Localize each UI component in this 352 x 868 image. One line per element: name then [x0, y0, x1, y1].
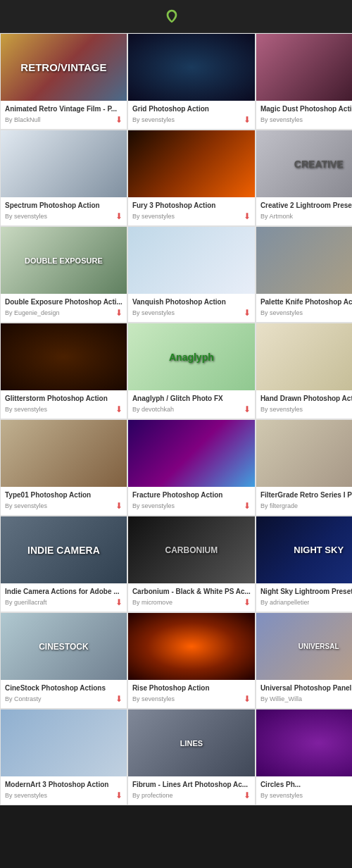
grid-item-magic-dust[interactable]: Magic Dust Photoshop Action By sevenstyl…: [256, 33, 352, 130]
download-icon[interactable]: ⬇: [115, 404, 122, 414]
product-thumbnail: NIGHT SKY: [256, 516, 352, 583]
grid-item-universal[interactable]: UNIVERSAL Universal Photoshop Panel By W…: [256, 612, 352, 709]
product-title: Glitterstorm Photoshop Action: [5, 394, 122, 403]
grid-item-hand-drawn[interactable]: Hand Drawn Photoshop Action By sevenstyl…: [256, 323, 352, 419]
product-title: Fury 3 Photoshop Action: [132, 201, 251, 210]
grid-item-double-exposure[interactable]: DOUBLE EXPOSURE Double Exposure Photosho…: [0, 226, 127, 323]
download-icon[interactable]: ⬇: [244, 308, 251, 318]
product-info: Vanquish Photoshop Action By sevenstyles…: [128, 294, 255, 322]
product-info: Rise Photoshop Action By sevenstyles ⬇: [128, 680, 255, 708]
thumbnail-label: RETRO/VINTAGE: [20, 61, 106, 73]
product-grid: RETRO/VINTAGE Animated Retro Vintage Fil…: [0, 33, 352, 805]
grid-item-creative2[interactable]: CREATIVE Creative 2 Lightroom Presets By…: [256, 130, 352, 226]
download-icon[interactable]: ⬇: [115, 115, 122, 125]
product-info: Spectrum Photoshop Action By sevenstyles…: [1, 197, 127, 225]
download-icon[interactable]: ⬇: [244, 211, 251, 221]
product-author: By Eugenie_design: [5, 309, 60, 316]
product-author: By sevenstyles: [132, 116, 175, 123]
grid-item-anaglyph[interactable]: Anaglyph Anaglyph / Glitch Photo FX By d…: [127, 323, 256, 419]
download-icon[interactable]: ⬇: [244, 597, 251, 607]
product-title: Hand Drawn Photoshop Action: [260, 394, 352, 403]
product-title: Anaglyph / Glitch Photo FX: [132, 394, 251, 403]
grid-item-type01[interactable]: Type01 Photoshop Action By sevenstyles ⬇: [0, 419, 127, 516]
product-title: Rise Photoshop Action: [132, 683, 251, 693]
product-thumbnail: [128, 130, 255, 197]
thumbnail-label: NIGHT SKY: [294, 545, 344, 555]
grid-item-fibrum[interactable]: LINES Fibrum - Lines Art Photoshop Ac...…: [127, 709, 256, 805]
grid-item-indie-camera[interactable]: INDIE CAMERA Indie Camera Actions for Ad…: [0, 516, 127, 612]
product-thumbnail: DOUBLE EXPOSURE: [1, 227, 127, 294]
download-icon[interactable]: ⬇: [115, 694, 122, 704]
product-thumbnail: Anaglyph: [128, 323, 255, 390]
logo: [0, 8, 352, 24]
product-info: Indie Camera Actions for Adobe ... By gu…: [1, 583, 127, 612]
grid-item-night-sky[interactable]: NIGHT SKY Night Sky Lightroom Presets By…: [256, 516, 352, 612]
product-author: By filtergrade: [260, 502, 298, 509]
product-info: Magic Dust Photoshop Action By sevenstyl…: [256, 101, 352, 129]
product-info: Fury 3 Photoshop Action By sevenstyles ⬇: [128, 197, 255, 225]
product-thumbnail: [1, 130, 127, 197]
product-author: By guerillacraft: [5, 599, 47, 606]
product-author: By sevenstyles: [260, 116, 303, 123]
grid-item-modernart3[interactable]: ModernArt 3 Photoshop Action By sevensty…: [0, 709, 127, 805]
grid-item-circles[interactable]: Circles Ph... By sevenstyles ⬇: [256, 709, 352, 805]
product-thumbnail: CREATIVE: [256, 130, 352, 197]
product-title: Night Sky Lightroom Presets: [260, 587, 352, 596]
product-title: Creative 2 Lightroom Presets: [260, 201, 352, 210]
grid-item-retro-vintage[interactable]: RETRO/VINTAGE Animated Retro Vintage Fil…: [0, 33, 127, 130]
product-author: By Willie_Willa: [260, 695, 302, 702]
product-title: Vanquish Photoshop Action: [132, 297, 251, 306]
download-icon[interactable]: ⬇: [244, 115, 251, 125]
product-info: Creative 2 Lightroom Presets By Artmonk …: [256, 197, 352, 225]
download-icon[interactable]: ⬇: [244, 694, 251, 704]
product-thumbnail: UNIVERSAL: [256, 613, 352, 680]
grid-item-rise[interactable]: Rise Photoshop Action By sevenstyles ⬇: [127, 612, 256, 709]
product-title: Fibrum - Lines Art Photoshop Ac...: [132, 780, 251, 789]
product-author: By sevenstyles: [260, 406, 303, 413]
download-icon[interactable]: ⬇: [115, 790, 122, 800]
product-info: Anaglyph / Glitch Photo FX By devotchkah…: [128, 390, 255, 418]
download-icon[interactable]: ⬇: [244, 790, 251, 800]
product-info: FilterGrade Retro Series I Photos... By …: [256, 487, 352, 515]
thumbnail-label: UNIVERSAL: [298, 643, 339, 650]
product-author: By sevenstyles: [5, 502, 47, 509]
grid-item-palette-knife[interactable]: Palette Knife Photoshop Action By sevens…: [256, 226, 352, 323]
grid-item-grid-photoshop[interactable]: Grid Photoshop Action By sevenstyles ⬇: [127, 33, 256, 130]
grid-item-glitterstorm[interactable]: Glitterstorm Photoshop Action By sevenst…: [0, 323, 127, 419]
download-icon[interactable]: ⬇: [244, 404, 251, 414]
grid-item-fracture[interactable]: Fracture Photoshop Action By sevenstyles…: [127, 419, 256, 516]
product-author: By devotchkah: [132, 406, 174, 413]
product-info: Night Sky Lightroom Presets By adrianpel…: [256, 583, 352, 612]
grid-item-fury3[interactable]: Fury 3 Photoshop Action By sevenstyles ⬇: [127, 130, 256, 226]
product-info: Fracture Photoshop Action By sevenstyles…: [128, 487, 255, 515]
product-info: ModernArt 3 Photoshop Action By sevensty…: [1, 776, 127, 805]
product-thumbnail: CINESTOCK: [1, 613, 127, 680]
thumbnail-label: LINES: [180, 739, 203, 748]
site-header: [0, 0, 352, 33]
download-icon[interactable]: ⬇: [115, 211, 122, 221]
product-author: By adrianpelletier: [260, 599, 310, 606]
grid-item-spectrum[interactable]: Spectrum Photoshop Action By sevenstyles…: [0, 130, 127, 226]
product-info: Universal Photoshop Panel By Willie_Will…: [256, 680, 352, 708]
product-title: Grid Photoshop Action: [132, 104, 251, 113]
product-author: By sevenstyles: [260, 792, 303, 799]
product-info: Hand Drawn Photoshop Action By sevenstyl…: [256, 390, 352, 418]
download-icon[interactable]: ⬇: [115, 308, 122, 318]
download-icon[interactable]: ⬇: [115, 501, 122, 511]
product-thumbnail: [256, 227, 352, 294]
product-info: Circles Ph... By sevenstyles ⬇: [256, 776, 352, 805]
grid-item-filtergrade[interactable]: FilterGrade Retro Series I Photos... By …: [256, 419, 352, 516]
grid-item-cinestock[interactable]: CINESTOCK CineStock Photoshop Actions By…: [0, 612, 127, 709]
product-info: Carbonium - Black & White PS Ac... By mi…: [128, 583, 255, 612]
envato-leaf-icon: [164, 8, 180, 24]
product-thumbnail: LINES: [128, 709, 255, 776]
grid-item-vanquish[interactable]: Vanquish Photoshop Action By sevenstyles…: [127, 226, 256, 323]
download-icon[interactable]: ⬇: [244, 501, 251, 511]
download-icon[interactable]: ⬇: [115, 597, 122, 607]
product-author: By sevenstyles: [132, 213, 175, 220]
grid-item-carbonium[interactable]: CARBONIUM Carbonium - Black & White PS A…: [127, 516, 256, 612]
product-author: By BlackNull: [5, 116, 41, 123]
product-title: Indie Camera Actions for Adobe ...: [5, 587, 122, 596]
product-author: By sevenstyles: [5, 792, 47, 799]
product-author: By micromove: [132, 599, 172, 606]
